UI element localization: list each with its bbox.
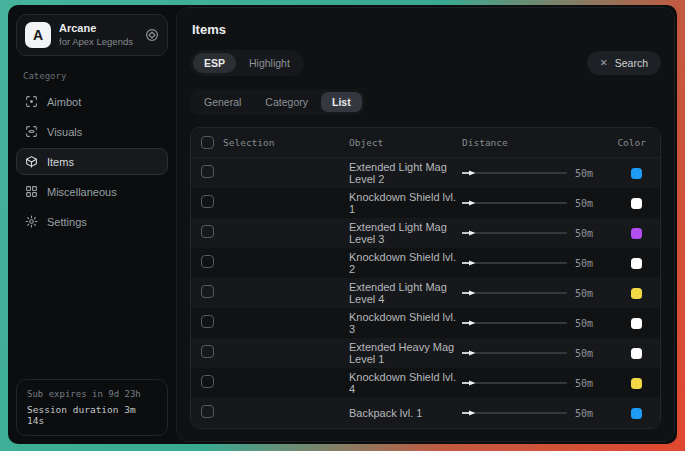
session-card: Sub expires in 9d 23h Session duration 3…	[16, 379, 168, 436]
distance-slider[interactable]	[462, 347, 567, 359]
object-name: Knockdown Shield lvl. 3	[349, 311, 462, 335]
tab-general[interactable]: General	[193, 92, 252, 112]
toolbar: ESPHighlight ✕ Search	[190, 50, 661, 76]
slider-thumb-icon[interactable]	[462, 410, 476, 416]
table-row[interactable]: Extended Light Mag Level 3 50m	[191, 218, 660, 248]
object-name: Knockdown Shield lvl. 2	[349, 251, 462, 275]
row-selection-cell	[201, 254, 349, 272]
color-swatch[interactable]	[631, 228, 642, 239]
object-name: Knockdown Shield lvl. 4	[349, 371, 462, 395]
row-checkbox[interactable]	[201, 195, 214, 208]
color-swatch[interactable]	[631, 198, 642, 209]
color-swatch[interactable]	[631, 348, 642, 359]
slider-thumb-icon[interactable]	[462, 320, 476, 326]
distance-slider[interactable]	[462, 287, 567, 299]
tab-category[interactable]: Category	[254, 92, 319, 112]
row-checkbox[interactable]	[201, 315, 214, 328]
color-swatch[interactable]	[631, 378, 642, 389]
distance-slider[interactable]	[462, 407, 567, 419]
sidebar-item-miscellaneous[interactable]: Miscellaneous	[16, 178, 168, 205]
distance-cell: 50m	[462, 287, 602, 299]
sidebar-item-items[interactable]: Items	[16, 148, 168, 175]
distance-value: 50m	[575, 408, 602, 419]
slider-thumb-icon[interactable]	[462, 290, 476, 296]
row-selection-cell	[201, 164, 349, 182]
object-name: Backpack lvl. 1	[349, 407, 462, 419]
sidebar-item-visuals[interactable]: Visuals	[16, 118, 168, 145]
sidebar-item-aimbot[interactable]: Aimbot	[16, 88, 168, 115]
slider-thumb-icon[interactable]	[462, 170, 476, 176]
color-swatch[interactable]	[631, 258, 642, 269]
row-checkbox[interactable]	[201, 405, 214, 418]
distance-slider[interactable]	[462, 167, 567, 179]
row-checkbox[interactable]	[201, 255, 214, 268]
header-selection-cell: Selection	[201, 136, 349, 149]
table-row[interactable]: Extended Light Mag Level 2 50m	[191, 158, 660, 188]
distance-value: 50m	[575, 168, 602, 179]
sidebar-item-label: Settings	[47, 216, 87, 228]
row-checkbox[interactable]	[201, 285, 214, 298]
distance-cell: 50m	[462, 317, 602, 329]
distance-slider[interactable]	[462, 197, 567, 209]
distance-value: 50m	[575, 198, 602, 209]
mode-tabs: ESPHighlight	[190, 50, 304, 76]
row-checkbox[interactable]	[201, 165, 214, 178]
slider-thumb-icon[interactable]	[462, 200, 476, 206]
app-title: Arcane	[59, 22, 133, 36]
color-swatch[interactable]	[631, 318, 642, 329]
shield-badge-icon[interactable]	[145, 28, 159, 42]
header-object-label: Object	[349, 137, 462, 148]
row-checkbox[interactable]	[201, 225, 214, 238]
distance-cell: 50m	[462, 227, 602, 239]
tab-highlight[interactable]: Highlight	[238, 53, 301, 73]
tab-esp[interactable]: ESP	[193, 53, 236, 73]
table-row[interactable]: Knockdown Shield lvl. 4 50m	[191, 368, 660, 398]
distance-cell: 50m	[462, 197, 602, 209]
crosshair-icon	[25, 95, 38, 108]
app-titles: Arcane for Apex Legends	[59, 22, 133, 48]
distance-slider[interactable]	[462, 317, 567, 329]
package-icon	[25, 155, 38, 168]
items-table: Selection Object Distance Color Extended…	[190, 127, 661, 429]
object-name: Extended Heavy Mag Level 1	[349, 341, 462, 365]
category-label: Category	[23, 71, 168, 81]
table-body: Extended Light Mag Level 2 50m Knockdown…	[191, 158, 660, 428]
desktop-background: A Arcane for Apex Legends Category Aimbo…	[0, 0, 685, 451]
table-row[interactable]: Knockdown Shield lvl. 2 50m	[191, 248, 660, 278]
slider-thumb-icon[interactable]	[462, 350, 476, 356]
sidebar-item-settings[interactable]: Settings	[16, 208, 168, 235]
search-button[interactable]: ✕ Search	[587, 51, 661, 75]
distance-value: 50m	[575, 318, 602, 329]
table-row[interactable]: Backpack lvl. 1 50m	[191, 398, 660, 428]
distance-cell: 50m	[462, 167, 602, 179]
slider-thumb-icon[interactable]	[462, 260, 476, 266]
row-checkbox[interactable]	[201, 375, 214, 388]
app-logo: A	[25, 22, 51, 48]
table-row[interactable]: Knockdown Shield lvl. 3 50m	[191, 308, 660, 338]
table-row[interactable]: Knockdown Shield lvl. 1 50m	[191, 188, 660, 218]
table-row[interactable]: Extended Light Mag Level 4 50m	[191, 278, 660, 308]
object-name: Extended Light Mag Level 3	[349, 221, 462, 245]
tab-list[interactable]: List	[321, 92, 362, 112]
row-selection-cell	[201, 374, 349, 392]
color-swatch[interactable]	[631, 408, 642, 419]
select-all-checkbox[interactable]	[201, 136, 214, 149]
distance-value: 50m	[575, 378, 602, 389]
distance-value: 50m	[575, 348, 602, 359]
sidebar-nav: Aimbot Visuals Items Miscellaneous Setti…	[16, 88, 168, 238]
slider-thumb-icon[interactable]	[462, 230, 476, 236]
app-subtitle: for Apex Legends	[59, 36, 133, 48]
view-tabs: GeneralCategoryList	[190, 89, 365, 115]
color-swatch[interactable]	[631, 288, 642, 299]
object-name: Extended Light Mag Level 2	[349, 161, 462, 185]
distance-slider[interactable]	[462, 377, 567, 389]
distance-slider[interactable]	[462, 227, 567, 239]
row-checkbox[interactable]	[201, 345, 214, 358]
color-swatch[interactable]	[631, 168, 642, 179]
table-row[interactable]: Extended Heavy Mag Level 1 50m	[191, 338, 660, 368]
page-title: Items	[192, 22, 661, 37]
slider-thumb-icon[interactable]	[462, 380, 476, 386]
gear-icon	[25, 215, 38, 228]
distance-slider[interactable]	[462, 257, 567, 269]
distance-cell: 50m	[462, 257, 602, 269]
